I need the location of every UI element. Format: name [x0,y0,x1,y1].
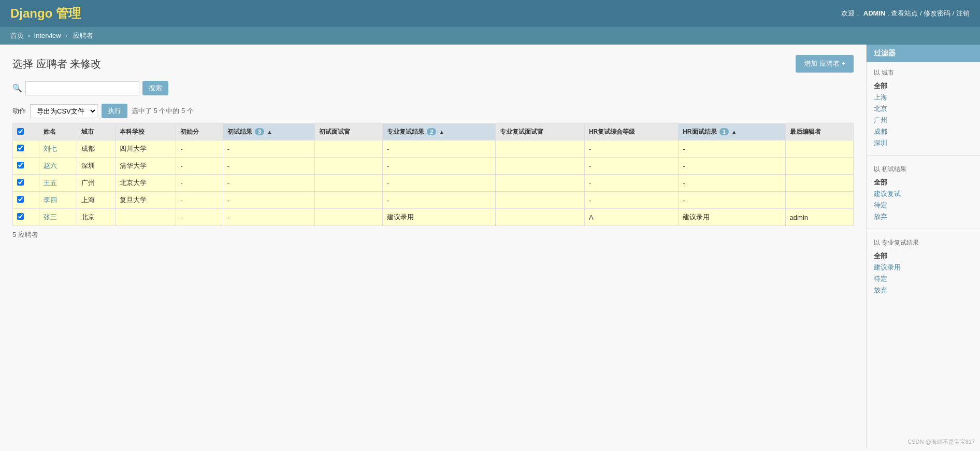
row-checkbox[interactable] [13,209,39,226]
row-checkbox[interactable] [13,158,39,175]
row-name: 王五 [39,175,77,192]
breadcrumb: 首页 › Interview › 应聘者 [0,27,980,45]
row-init-result: - [223,158,314,175]
candidate-link[interactable]: 王五 [44,179,57,187]
col-hr-result[interactable]: HR面试结果 1 ▲ [679,124,785,140]
filter-item-0-4[interactable]: 成都 [874,126,973,137]
row-pro-result: - [382,140,495,158]
row-checkbox[interactable] [13,175,39,192]
row-init-interviewer [314,192,382,209]
sidebar: 过滤器 以 城市全部上海北京广州成都深圳以 初试结果全部建议复试待定放弃以 专业… [866,45,980,449]
filter-group-0: 以 城市全部上海北京广州成都深圳 [867,62,980,152]
filter-group-label-1: 以 初试结果 [874,165,973,174]
row-checkbox[interactable] [13,140,39,158]
search-input[interactable] [25,81,139,95]
filter-group-2: 以 专业复试结果全部建议录用待定放弃 [867,232,980,299]
filter-item-0-0: 全部 [874,80,973,92]
filter-item-1-0: 全部 [874,177,973,188]
filter-group-label-0: 以 城市 [874,68,973,77]
filter-item-2-3[interactable]: 放弃 [874,285,973,296]
candidate-link[interactable]: 刘七 [44,145,57,152]
filter-item-1-2[interactable]: 待定 [874,200,973,211]
row-last-editor [785,158,853,175]
main-layout: 选择 应聘者 来修改 增加 应聘者 + 🔍 搜索 动作 导出为CSV文件 执行 … [0,45,980,449]
filter-item-1-3[interactable]: 放弃 [874,211,973,222]
data-table: 姓名 城市 本科学校 初始分 初试结果 3 ▲ 初试面试官 专业复试结果 2 ▲… [12,123,854,226]
row-init-interviewer [314,175,382,192]
breadcrumb-interview[interactable]: Interview [34,32,61,39]
table-header-row: 姓名 城市 本科学校 初始分 初试结果 3 ▲ 初试面试官 专业复试结果 2 ▲… [13,124,854,140]
row-checkbox[interactable] [13,192,39,209]
table-row: 李四 上海 复旦大学 - - - - - [13,192,854,209]
row-init-score: - [176,140,223,158]
row-last-editor: admin [785,209,853,226]
execute-button[interactable]: 执行 [102,104,127,118]
row-hr-result: - [679,175,785,192]
row-pro-interviewer [495,192,584,209]
filter-item-0-5[interactable]: 深圳 [874,137,973,149]
col-init-interviewer: 初试面试官 [314,124,382,140]
search-icon: 🔍 [12,83,22,93]
row-city: 北京 [77,209,115,226]
sort-arrow-pro-result: ▲ [439,129,444,135]
row-last-editor [785,175,853,192]
row-name: 李四 [39,192,77,209]
row-name: 赵六 [39,158,77,175]
row-pro-result: - [382,158,495,175]
col-university: 本科学校 [115,124,176,140]
row-hr-grade: A [584,209,678,226]
row-select-checkbox[interactable] [17,196,24,203]
table-row: 刘七 成都 四川大学 - - - - - [13,140,854,158]
action-label: 动作 [12,106,26,116]
view-site-link[interactable]: 查看站点 [891,9,918,17]
row-select-checkbox[interactable] [17,179,24,186]
init-result-count: 3 [255,128,264,135]
action-select[interactable]: 导出为CSV文件 [30,104,97,118]
row-hr-result: - [679,192,785,209]
row-select-checkbox[interactable] [17,162,24,168]
col-hr-grade: HR复试综合等级 [584,124,678,140]
row-hr-grade: - [584,192,678,209]
row-university: 北京大学 [115,175,176,192]
row-pro-interviewer [495,140,584,158]
row-pro-interviewer [495,209,584,226]
search-bar: 🔍 搜索 [12,81,854,95]
filter-item-2-1[interactable]: 建议录用 [874,262,973,273]
search-button[interactable]: 搜索 [142,81,168,95]
candidate-link[interactable]: 张三 [44,213,57,221]
col-checkbox [13,124,39,140]
filter-item-0-3[interactable]: 广州 [874,115,973,126]
table-row: 张三 北京 - - 建议录用 A 建议录用 admin [13,209,854,226]
row-init-interviewer [314,209,382,226]
row-select-checkbox[interactable] [17,145,24,151]
row-hr-result: 建议录用 [679,209,785,226]
row-pro-result: - [382,192,495,209]
filter-divider [867,229,980,229]
row-name: 张三 [39,209,77,226]
col-init-result[interactable]: 初试结果 3 ▲ [223,124,314,140]
row-city: 上海 [77,192,115,209]
row-init-score: - [176,192,223,209]
candidate-link[interactable]: 赵六 [44,162,57,170]
row-select-checkbox[interactable] [17,213,24,220]
candidate-link[interactable]: 李四 [44,196,57,204]
sort-arrow-init-result: ▲ [267,129,272,135]
select-all-checkbox[interactable] [17,128,24,135]
filter-item-2-0: 全部 [874,250,973,262]
filter-divider [867,155,980,156]
row-init-score: - [176,175,223,192]
row-hr-grade: - [584,140,678,158]
breadcrumb-home[interactable]: 首页 [10,32,24,39]
filter-item-0-2[interactable]: 北京 [874,103,973,115]
filter-item-1-1[interactable]: 建议复试 [874,188,973,200]
row-pro-result: - [382,175,495,192]
content-area: 选择 应聘者 来修改 增加 应聘者 + 🔍 搜索 动作 导出为CSV文件 执行 … [0,45,866,449]
col-pro-result[interactable]: 专业复试结果 2 ▲ [382,124,495,140]
filter-group-1: 以 初试结果全部建议复试待定放弃 [867,159,980,226]
change-password-link[interactable]: 修改密码 [924,9,950,17]
filter-item-0-1[interactable]: 上海 [874,92,973,103]
add-candidate-button[interactable]: 增加 应聘者 + [796,55,854,73]
filter-item-2-2[interactable]: 待定 [874,273,973,285]
selection-info: 选中了 5 个中的 5 个 [132,106,194,116]
logout-link[interactable]: 注销 [956,9,970,17]
